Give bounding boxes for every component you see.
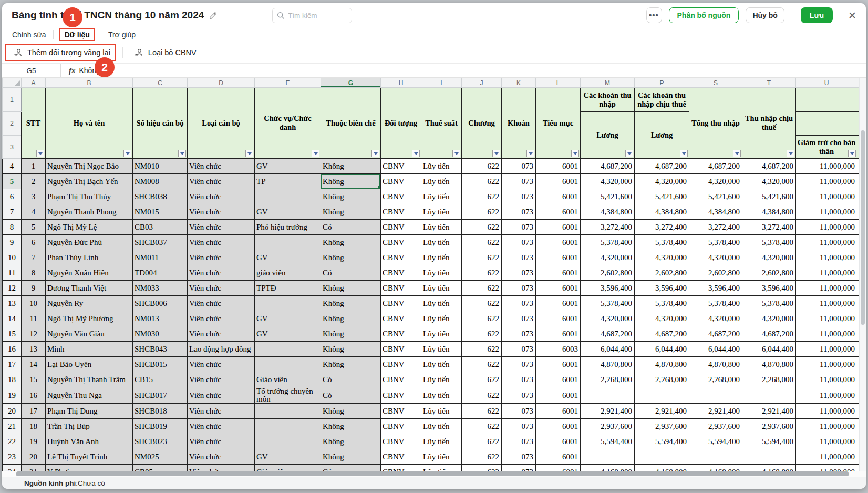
cell-S7[interactable]: 4,384,800: [689, 204, 742, 220]
cell-M9[interactable]: 5,378,400: [581, 235, 635, 250]
cell-A15[interactable]: 12: [22, 326, 46, 342]
cell-M7[interactable]: 4,384,800: [581, 204, 635, 220]
cell-L7[interactable]: 6001: [536, 204, 581, 220]
cell-G24[interactable]: Có: [321, 465, 381, 471]
cell-B22[interactable]: Huỳnh Văn Anh: [46, 434, 133, 449]
cell-I7[interactable]: Lũy tiến: [421, 204, 462, 220]
filter-icon[interactable]: [245, 150, 253, 157]
cell-P16[interactable]: 6,044,400: [635, 342, 689, 357]
col-header-A[interactable]: A: [22, 78, 46, 88]
cell-P18[interactable]: 2,268,000: [635, 372, 689, 387]
cell-J17[interactable]: 622: [462, 357, 502, 372]
cell-K20[interactable]: 073: [502, 404, 536, 419]
cell-H12[interactable]: CBNV: [381, 281, 421, 296]
cell-G12[interactable]: Không: [321, 281, 381, 296]
cell-U17[interactable]: 11,000,000: [796, 357, 857, 372]
cell-D7[interactable]: Viên chức: [188, 204, 255, 220]
cell-D5[interactable]: Viên chức: [188, 174, 255, 189]
cell-A21[interactable]: 18: [22, 419, 46, 434]
cell-I5[interactable]: Lũy tiến: [421, 174, 462, 189]
cell-P17[interactable]: 4,870,800: [635, 357, 689, 372]
cell-J4[interactable]: 622: [462, 159, 502, 174]
cell-L10[interactable]: 6001: [536, 250, 581, 265]
cell-U9[interactable]: 11,000,000: [796, 235, 857, 250]
header-luong[interactable]: Lương: [581, 112, 635, 159]
cell-S24[interactable]: 4,168,800: [689, 465, 742, 471]
cell-I6[interactable]: Lũy tiến: [421, 189, 462, 204]
cell-D6[interactable]: Viên chức: [188, 189, 255, 204]
row-header-18[interactable]: 18: [3, 372, 22, 387]
col-header-M[interactable]: M: [581, 78, 635, 88]
cell-E15[interactable]: GV: [255, 326, 321, 342]
cell-K8[interactable]: 073: [502, 220, 536, 235]
cell-L21[interactable]: 6001: [536, 419, 581, 434]
cell-M13[interactable]: 5,378,400: [581, 296, 635, 311]
cell-A5[interactable]: 2: [22, 174, 46, 189]
header-tong-thu-nhap[interactable]: Tổng thu nhập: [689, 88, 742, 159]
cell-A6[interactable]: 3: [22, 189, 46, 204]
cell-B11[interactable]: Nguyễn Xuân Hiền: [46, 265, 133, 281]
cell-P12[interactable]: 3,596,400: [635, 281, 689, 296]
cell-D24[interactable]: Viên chức: [188, 465, 255, 471]
search-box[interactable]: [272, 8, 352, 23]
header-chuong[interactable]: Chương: [462, 88, 502, 159]
filter-icon[interactable]: [371, 150, 379, 157]
cell-T9[interactable]: 5,378,400: [742, 235, 796, 250]
row-header-9[interactable]: 9: [3, 235, 22, 250]
tab-chinh-sua[interactable]: Chỉnh sửa: [11, 29, 47, 40]
cell-J13[interactable]: 622: [462, 296, 502, 311]
cell-K18[interactable]: 073: [502, 372, 536, 387]
header-thuoc-bien-che[interactable]: Thuộc biên chế: [321, 88, 381, 159]
cell-K13[interactable]: 073: [502, 296, 536, 311]
cell-I10[interactable]: Lũy tiến: [421, 250, 462, 265]
cell-E16[interactable]: [255, 342, 321, 357]
cell-S15[interactable]: 4,687,200: [689, 326, 742, 342]
cell-H24[interactable]: CBNV: [381, 465, 421, 471]
cell-U4[interactable]: 11,000,000: [796, 159, 857, 174]
cell-J23[interactable]: 622: [462, 449, 502, 465]
cell-I19[interactable]: Lũy tiến: [421, 387, 462, 404]
cell-T13[interactable]: 5,378,400: [742, 296, 796, 311]
row-header-3[interactable]: 3: [3, 136, 22, 159]
cell-B8[interactable]: Ngô Thị Mỹ Lệ: [46, 220, 133, 235]
filter-icon[interactable]: [412, 150, 420, 157]
cell-J6[interactable]: 622: [462, 189, 502, 204]
cell-K19[interactable]: 073: [502, 387, 536, 404]
cell-D16[interactable]: Lao động hợp đồng: [188, 342, 255, 357]
cell-U23[interactable]: 11,000,000: [796, 449, 857, 465]
cell-T10[interactable]: 4,320,000: [742, 250, 796, 265]
cell-M22[interactable]: 5,594,400: [581, 434, 635, 449]
cell-E17[interactable]: [255, 357, 321, 372]
header-u1-empty[interactable]: [796, 88, 857, 112]
cell-S12[interactable]: 3,596,400: [689, 281, 742, 296]
cell-G6[interactable]: Không: [321, 189, 381, 204]
cell-P11[interactable]: 2,602,800: [635, 265, 689, 281]
cell-G11[interactable]: Có: [321, 265, 381, 281]
cell-U12[interactable]: 11,000,000: [796, 281, 857, 296]
cell-L22[interactable]: 6001: [536, 434, 581, 449]
col-header-I[interactable]: I: [421, 78, 462, 88]
cell-C22[interactable]: SHCB023: [133, 434, 188, 449]
cell-M20[interactable]: 2,921,400: [581, 404, 635, 419]
cell-J5[interactable]: 622: [462, 174, 502, 189]
cell-L9[interactable]: 6001: [536, 235, 581, 250]
cell-T21[interactable]: 2,937,600: [742, 419, 796, 434]
search-input[interactable]: [288, 12, 343, 19]
cell-I17[interactable]: Lũy tiến: [421, 357, 462, 372]
cell-C12[interactable]: NM033: [133, 281, 188, 296]
cell-E19[interactable]: Tổ trưởng chuyên môn: [255, 387, 321, 404]
cell-H19[interactable]: CBNV: [381, 387, 421, 404]
col-header-S[interactable]: S: [689, 78, 742, 88]
header-thue-suat[interactable]: Thuế suất: [421, 88, 462, 159]
cell-K17[interactable]: 073: [502, 357, 536, 372]
cell-M19[interactable]: [581, 387, 635, 404]
cell-J15[interactable]: 622: [462, 326, 502, 342]
cell-D18[interactable]: Viên chức: [188, 372, 255, 387]
save-button[interactable]: Lưu: [801, 7, 833, 23]
cell-D19[interactable]: Viên chức: [188, 387, 255, 404]
cell-S10[interactable]: 4,320,000: [689, 250, 742, 265]
cell-B15[interactable]: Nguyễn Văn Giàu: [46, 326, 133, 342]
cell-K16[interactable]: 073: [502, 342, 536, 357]
cell-J10[interactable]: 622: [462, 250, 502, 265]
cell-J12[interactable]: 622: [462, 281, 502, 296]
